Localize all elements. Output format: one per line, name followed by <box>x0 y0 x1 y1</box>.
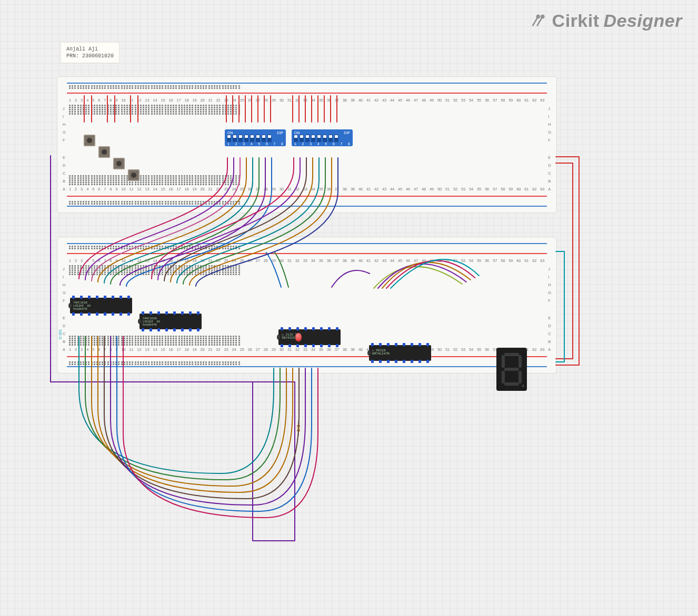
wire-gnd-loop <box>556 251 564 362</box>
wire-layer <box>0 0 698 616</box>
wire-vcc-loop <box>556 157 579 365</box>
wire-group-red <box>84 96 337 122</box>
wire-group-bus <box>51 156 479 541</box>
